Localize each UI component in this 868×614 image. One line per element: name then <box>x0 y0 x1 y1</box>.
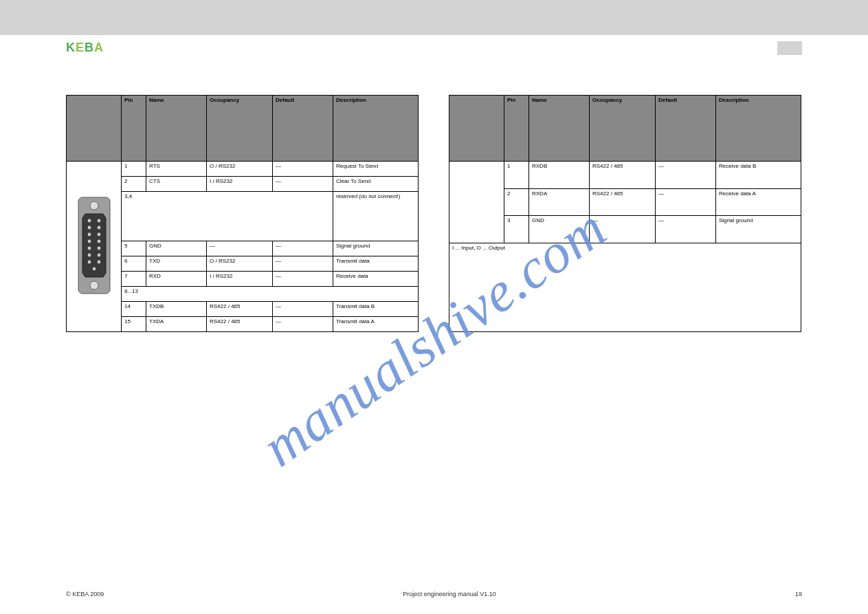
connector-image-cell <box>67 162 122 332</box>
table-cell: Transmit data <box>333 256 419 272</box>
table-cell: 5 <box>122 241 146 256</box>
table-cell: GND <box>146 241 207 256</box>
table-cell: Transmit data B <box>333 302 419 317</box>
table-cell-merged: 8...13 <box>122 287 419 302</box>
brand-logo: KEBA <box>66 41 104 55</box>
table-cell: — <box>273 302 333 317</box>
connector-pinout-table-1: Pin Name Occupancy Default Description <box>66 95 419 332</box>
svg-point-3 <box>87 219 91 223</box>
table-cell: 6 <box>122 256 146 272</box>
table-cell: — <box>273 177 333 192</box>
page-footer: © KEBA 2009 Project engineering manual V… <box>66 591 802 597</box>
table-cell: Transmit data A <box>333 317 419 332</box>
table-cell: Clear To Send <box>333 177 419 192</box>
col-name: Name <box>146 96 207 162</box>
table-cell: CTS <box>146 177 207 192</box>
table-cell: Request To Send <box>333 162 419 177</box>
svg-point-2 <box>90 281 98 289</box>
col-occupancy: Occupancy <box>207 96 273 162</box>
col-pin: Pin <box>504 96 529 162</box>
table-cell: RXD <box>146 272 207 287</box>
header: KEBA <box>0 35 868 55</box>
table-cell: GND <box>529 216 590 243</box>
svg-point-5 <box>87 226 91 230</box>
table-cell: TXDA <box>146 317 207 332</box>
table-cell: RS422 / 485 <box>207 302 273 317</box>
svg-point-12 <box>97 247 100 250</box>
svg-point-16 <box>97 261 100 264</box>
col-view <box>67 96 122 162</box>
table-cell: I / RS232 <box>207 272 273 287</box>
table-cell: Signal ground <box>333 241 419 256</box>
connector-image-cell <box>449 162 504 243</box>
svg-point-1 <box>90 201 98 210</box>
col-pin: Pin <box>122 96 146 162</box>
col-view <box>449 96 504 162</box>
table-cell: — <box>273 241 333 256</box>
footer-left: © KEBA 2009 <box>66 591 104 597</box>
table-cell: — <box>273 256 333 272</box>
table-cell: RXDB <box>529 162 590 189</box>
col-description: Description <box>716 96 801 162</box>
footer-center: Project engineering manual V1.10 <box>403 591 496 597</box>
svg-point-17 <box>92 267 96 271</box>
table-cell: — <box>273 162 333 177</box>
table-cell: — <box>590 216 656 243</box>
logo-k: K <box>66 41 76 54</box>
svg-point-11 <box>87 247 91 250</box>
logo-b: B <box>85 41 94 54</box>
table-cell: RS422 / 485 <box>590 188 656 216</box>
table-cell: Signal ground <box>716 216 801 243</box>
table-cell: I / RS232 <box>207 177 273 192</box>
col-occupancy: Occupancy <box>590 96 656 162</box>
table-cell: 15 <box>122 317 146 332</box>
table-cell: 1 <box>504 162 529 189</box>
table-cell-merged: 3,4 <box>122 192 333 241</box>
table-cell: Receive data B <box>716 162 801 189</box>
db15-connector-icon <box>76 196 113 295</box>
table-cell: — <box>273 272 333 287</box>
table-cell: RS422 / 485 <box>207 317 273 332</box>
svg-point-8 <box>97 233 100 237</box>
table-cell: — <box>207 241 273 256</box>
table-cell: — <box>656 162 716 189</box>
table-cell: O / RS232 <box>207 162 273 177</box>
svg-point-10 <box>97 240 100 243</box>
table-cell: 14 <box>122 302 146 317</box>
svg-point-13 <box>87 254 91 257</box>
col-description: Description <box>333 96 419 162</box>
table-cell: reserved (do not connect!) <box>333 192 419 241</box>
table-cell: 2 <box>504 188 529 216</box>
svg-point-15 <box>87 261 91 264</box>
table-cell: O / RS232 <box>207 256 273 272</box>
table-cell: — <box>656 216 716 243</box>
table-cell: 2 <box>122 177 146 192</box>
table-cell: RTS <box>146 162 207 177</box>
table-cell: Receive data <box>333 272 419 287</box>
svg-point-14 <box>97 254 100 257</box>
table-cell: TXD <box>146 256 207 272</box>
table-cell: RXDA <box>529 188 590 216</box>
footer-right: 19 <box>795 591 802 597</box>
svg-point-7 <box>87 233 91 237</box>
col-name: Name <box>529 96 590 162</box>
table-cell: 3 <box>504 216 529 243</box>
top-grey-bar <box>0 0 868 35</box>
svg-point-6 <box>97 226 100 230</box>
table-cell: — <box>273 317 333 332</box>
table-note-cell: I ... Input, O ... Output <box>449 243 801 331</box>
table-cell: 1 <box>122 162 146 177</box>
table-cell: 7 <box>122 272 146 287</box>
col-default: Default <box>273 96 333 162</box>
svg-point-9 <box>87 240 91 243</box>
table-cell: — <box>656 188 716 216</box>
svg-point-4 <box>97 219 100 223</box>
col-default: Default <box>656 96 716 162</box>
table-cell: TXDB <box>146 302 207 317</box>
table-cell: RS422 / 485 <box>590 162 656 189</box>
logo-e: E <box>76 41 85 54</box>
table-cell: Receive data A <box>716 188 801 216</box>
logo-a: A <box>94 41 104 54</box>
connector-pinout-table-2: Pin Name Occupancy Default Description 1… <box>449 95 801 332</box>
page-marker-box <box>777 41 802 55</box>
